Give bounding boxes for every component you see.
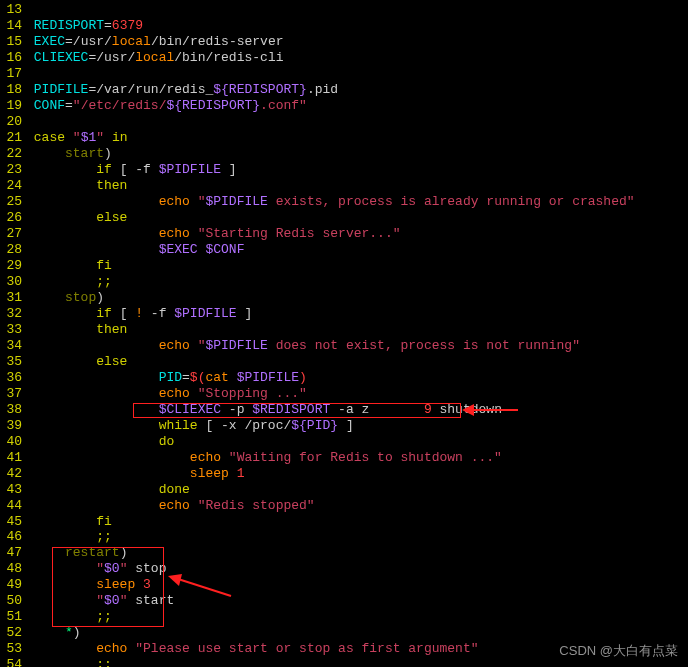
code-content: while [ -x /proc/${PID} ] bbox=[26, 418, 354, 434]
line-number: 14 bbox=[0, 18, 26, 34]
code-content: echo "Starting Redis server..." bbox=[26, 226, 401, 242]
code-content: restart) bbox=[26, 545, 127, 561]
code-content: done bbox=[26, 482, 190, 498]
code-line: 34 echo "$PIDFILE does not exist, proces… bbox=[0, 338, 688, 354]
code-content: ;; bbox=[26, 274, 112, 290]
line-number: 46 bbox=[0, 529, 26, 545]
line-number: 34 bbox=[0, 338, 26, 354]
code-content: fi bbox=[26, 514, 112, 530]
code-line: 29 fi bbox=[0, 258, 688, 274]
code-line: 45 fi bbox=[0, 514, 688, 530]
code-line: 27 echo "Starting Redis server..." bbox=[0, 226, 688, 242]
line-number: 19 bbox=[0, 98, 26, 114]
line-number: 53 bbox=[0, 641, 26, 657]
code-content: echo "Redis stopped" bbox=[26, 498, 315, 514]
code-line: 19 CONF="/etc/redis/${REDISPORT}.conf" bbox=[0, 98, 688, 114]
code-content: start) bbox=[26, 146, 112, 162]
code-content: ;; bbox=[26, 609, 112, 625]
line-number: 36 bbox=[0, 370, 26, 386]
line-number: 39 bbox=[0, 418, 26, 434]
line-number: 48 bbox=[0, 561, 26, 577]
code-line: 51 ;; bbox=[0, 609, 688, 625]
code-line: 36 PID=$(cat $PIDFILE) bbox=[0, 370, 688, 386]
code-content: ;; bbox=[26, 529, 112, 545]
line-number: 15 bbox=[0, 34, 26, 50]
code-content: ;; bbox=[26, 657, 112, 667]
code-line: 26 else bbox=[0, 210, 688, 226]
code-content: $EXEC $CONF bbox=[26, 242, 244, 258]
code-line: 47 restart) bbox=[0, 545, 688, 561]
line-number: 47 bbox=[0, 545, 26, 561]
code-content: echo "Stopping ..." bbox=[26, 386, 307, 402]
line-number: 52 bbox=[0, 625, 26, 641]
code-content: if [ ! -f $PIDFILE ] bbox=[26, 306, 252, 322]
line-number: 18 bbox=[0, 82, 26, 98]
code-content: echo "$PIDFILE exists, process is alread… bbox=[26, 194, 635, 210]
line-number: 30 bbox=[0, 274, 26, 290]
code-line: 22 start) bbox=[0, 146, 688, 162]
code-content: echo "Waiting for Redis to shutdown ..." bbox=[26, 450, 502, 466]
code-content: REDISPORT=6379 bbox=[26, 18, 143, 34]
code-line: 33 then bbox=[0, 322, 688, 338]
line-number: 13 bbox=[0, 2, 26, 18]
code-line: 42 sleep 1 bbox=[0, 466, 688, 482]
code-content: "$0" stop bbox=[26, 561, 166, 577]
code-line: 46 ;; bbox=[0, 529, 688, 545]
code-line: 39 while [ -x /proc/${PID} ] bbox=[0, 418, 688, 434]
line-number: 35 bbox=[0, 354, 26, 370]
code-content: sleep 1 bbox=[26, 466, 244, 482]
code-content: EXEC=/usr/local/bin/redis-server bbox=[26, 34, 284, 50]
code-line: 43 done bbox=[0, 482, 688, 498]
code-line: 30 ;; bbox=[0, 274, 688, 290]
watermark: CSDN @大白有点菜 bbox=[559, 643, 678, 659]
code-content: else bbox=[26, 354, 127, 370]
code-content: else bbox=[26, 210, 127, 226]
line-number: 38 bbox=[0, 402, 26, 418]
code-content: sleep 3 bbox=[26, 577, 151, 593]
code-line: 13 bbox=[0, 2, 688, 18]
code-line: 37 echo "Stopping ..." bbox=[0, 386, 688, 402]
code-line: 20 bbox=[0, 114, 688, 130]
code-line: 31 stop) bbox=[0, 290, 688, 306]
code-content: *) bbox=[26, 625, 81, 641]
code-content: stop) bbox=[26, 290, 104, 306]
line-number: 28 bbox=[0, 242, 26, 258]
line-number: 25 bbox=[0, 194, 26, 210]
code-line: 49 sleep 3 bbox=[0, 577, 688, 593]
code-content: case "$1" in bbox=[26, 130, 128, 146]
line-number: 49 bbox=[0, 577, 26, 593]
line-number: 26 bbox=[0, 210, 26, 226]
line-number: 33 bbox=[0, 322, 26, 338]
code-content: "$0" start bbox=[26, 593, 174, 609]
line-number: 40 bbox=[0, 434, 26, 450]
line-number: 16 bbox=[0, 50, 26, 66]
code-content: echo "Please use start or stop as first … bbox=[26, 641, 479, 657]
code-line: 16 CLIEXEC=/usr/local/bin/redis-cli bbox=[0, 50, 688, 66]
line-number: 32 bbox=[0, 306, 26, 322]
line-number: 24 bbox=[0, 178, 26, 194]
code-content: fi bbox=[26, 258, 112, 274]
line-number: 29 bbox=[0, 258, 26, 274]
code-line: 38 $CLIEXEC -p $REDISPORT -a z 9 shutdow… bbox=[0, 402, 688, 418]
code-line: 32 if [ ! -f $PIDFILE ] bbox=[0, 306, 688, 322]
code-content: PIDFILE=/var/run/redis_${REDISPORT}.pid bbox=[26, 82, 338, 98]
code-content: PID=$(cat $PIDFILE) bbox=[26, 370, 307, 386]
line-number: 21 bbox=[0, 130, 26, 146]
code-line: 41 echo "Waiting for Redis to shutdown .… bbox=[0, 450, 688, 466]
code-line: 40 do bbox=[0, 434, 688, 450]
code-line: 44 echo "Redis stopped" bbox=[0, 498, 688, 514]
line-number: 51 bbox=[0, 609, 26, 625]
line-number: 45 bbox=[0, 514, 26, 530]
line-number: 43 bbox=[0, 482, 26, 498]
code-line: 18 PIDFILE=/var/run/redis_${REDISPORT}.p… bbox=[0, 82, 688, 98]
line-number: 50 bbox=[0, 593, 26, 609]
code-line: 23 if [ -f $PIDFILE ] bbox=[0, 162, 688, 178]
line-number: 41 bbox=[0, 450, 26, 466]
code-content: CLIEXEC=/usr/local/bin/redis-cli bbox=[26, 50, 283, 66]
code-content: CONF="/etc/redis/${REDISPORT}.conf" bbox=[26, 98, 307, 114]
code-line: 52 *) bbox=[0, 625, 688, 641]
line-number: 17 bbox=[0, 66, 26, 82]
line-number: 23 bbox=[0, 162, 26, 178]
line-number: 44 bbox=[0, 498, 26, 514]
code-content: then bbox=[26, 178, 127, 194]
